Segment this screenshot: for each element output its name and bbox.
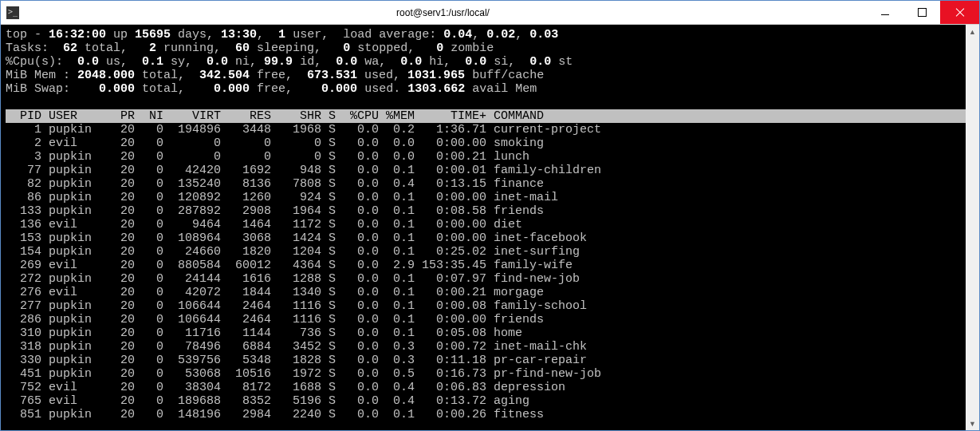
process-row: 82pupkin20013524081367808S0.00.40:13.15f…	[6, 177, 974, 191]
process-row: 136evil200946414641172S0.00.10:00.00diet	[6, 218, 974, 231]
process-row: 77pupkin200424201692948S0.00.10:00.01fam…	[6, 164, 974, 177]
top-mem-line: MiB Mem : 2048.000 total, 342.504 free, …	[6, 69, 974, 82]
process-row: 3pupkin200000S0.00.00:00.21lunch	[6, 150, 974, 164]
process-row: 154pupkin2002466018201204S0.00.10:25.02i…	[6, 245, 974, 259]
process-row: 310pupkin200117161144736S0.00.10:05.08ho…	[6, 326, 974, 340]
process-row: 765evil20018968883525196S0.00.40:13.72ag…	[6, 394, 974, 408]
window-controls	[867, 1, 979, 24]
column-headers: PIDUSERPRNIVIRTRESSHRS%CPU%MEMTIME+COMMA…	[6, 109, 974, 123]
process-row: 133pupkin20028789229081964S0.00.10:08.58…	[6, 204, 974, 218]
close-button[interactable]	[940, 1, 979, 24]
process-row: 330pupkin20053975653481828S0.00.30:11.18…	[6, 354, 974, 367]
top-swap-line: MiB Swap: 0.000 total, 0.000 free, 0.000…	[6, 82, 974, 96]
process-row: 851pupkin20014819629842240S0.00.10:00.26…	[6, 408, 974, 421]
process-row: 1pupkin20019489634481968S0.00.21:36.71cu…	[6, 123, 974, 136]
scroll-down-icon[interactable]: ▼	[966, 417, 979, 430]
process-row: 277pupkin20010664424641116S0.00.10:00.08…	[6, 299, 974, 313]
scrollbar[interactable]: ▲ ▼	[966, 25, 979, 430]
top-tasks-line: Tasks: 62 total, 2 running, 60 sleeping,…	[6, 42, 974, 55]
scroll-up-icon[interactable]: ▲	[966, 25, 979, 38]
process-row: 752evil2003830481721688S0.00.40:06.83dep…	[6, 381, 974, 394]
scroll-track[interactable]	[966, 38, 979, 417]
process-row: 276evil2004207218441340S0.00.10:00.21mor…	[6, 286, 974, 299]
minimize-button[interactable]	[867, 1, 903, 24]
terminal-window: root@serv1:/usr/local/ top - 16:32:00 up…	[0, 0, 980, 431]
top-cpu-line: %Cpu(s): 0.0 us, 0.1 sy, 0.0 ni, 99.9 id…	[6, 55, 974, 69]
maximize-button[interactable]	[903, 1, 940, 24]
process-row: 153pupkin20010896430681424S0.00.10:00.00…	[6, 231, 974, 245]
process-row: 286pupkin20010664424641116S0.00.10:00.00…	[6, 313, 974, 326]
process-row: 451pupkin20053068105161972S0.00.50:16.73…	[6, 367, 974, 381]
process-row: 269evil200880584600124364S0.02.9153:35.4…	[6, 259, 974, 272]
titlebar: root@serv1:/usr/local/	[1, 1, 979, 25]
window-title: root@serv1:/usr/local/	[19, 7, 867, 18]
process-row: 86pupkin2001208921260924S0.00.10:00.00in…	[6, 191, 974, 204]
terminal-icon	[6, 6, 19, 19]
terminal-output[interactable]: top - 16:32:00 up 15695 days, 13:30, 1 u…	[1, 25, 979, 430]
top-uptime-line: top - 16:32:00 up 15695 days, 13:30, 1 u…	[6, 28, 974, 42]
process-row: 272pupkin2002414416161288S0.00.10:07.97f…	[6, 272, 974, 286]
process-row: 318pupkin2007849668843452S0.00.30:00.72i…	[6, 340, 974, 354]
process-row: 2evil200000S0.00.00:00.00smoking	[6, 136, 974, 150]
